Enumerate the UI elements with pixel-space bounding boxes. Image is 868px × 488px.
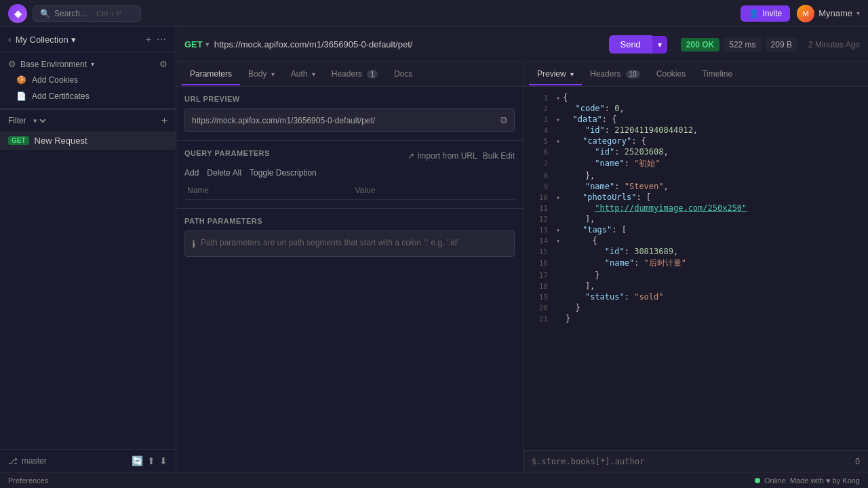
- import-icon: ↗: [408, 151, 414, 161]
- tab-resp-headers[interactable]: Headers 10: [582, 64, 648, 85]
- collection-title[interactable]: My Collection ▾: [16, 35, 76, 45]
- expand-button[interactable]: ▾: [556, 138, 560, 145]
- request-tabs: Parameters Body ▾ Auth ▾ Headers 1: [176, 62, 523, 87]
- sidebar-actions: + ⋯: [144, 33, 167, 46]
- result-count: 0: [855, 457, 860, 466]
- method-select[interactable]: GET ▾: [184, 39, 209, 49]
- expand-button[interactable]: ▾: [556, 94, 560, 102]
- env-chevron-icon: ▾: [91, 60, 94, 68]
- preferences-link[interactable]: Preferences: [8, 476, 48, 485]
- back-button[interactable]: ‹: [8, 34, 12, 45]
- tab-preview[interactable]: Preview ▾: [529, 64, 582, 85]
- collection-chevron-icon: ▾: [71, 35, 76, 45]
- certificate-icon: 📄: [16, 92, 26, 101]
- timestamp: 2 Minutes Ago: [808, 40, 860, 49]
- env-settings-icon[interactable]: ⚙: [159, 59, 167, 69]
- sidebar-header-left: ‹ My Collection ▾: [8, 34, 76, 45]
- request-name: New Request: [35, 136, 87, 146]
- line-number: 15: [529, 247, 548, 256]
- filter-row: Filter ▾ +: [0, 109, 176, 131]
- json-token-punct: {: [563, 236, 597, 245]
- json-token-punct: ,: [693, 125, 698, 135]
- filter-add-button[interactable]: +: [161, 115, 167, 126]
- json-line: 13▾ "tags": [: [524, 224, 868, 235]
- path-info-box: ℹ Path parameters are url path segments …: [184, 230, 515, 257]
- json-token-punct: ,: [673, 247, 678, 256]
- topbar-right: 👤 Invite M Myname ▾: [741, 5, 860, 22]
- json-line: 7 "name": "初始": [524, 157, 868, 170]
- json-token-key: "category": [583, 136, 631, 146]
- response-size-badge: 209 B: [766, 38, 797, 52]
- tab-docs[interactable]: Docs: [386, 64, 420, 85]
- search-placeholder: Search...: [54, 9, 87, 18]
- tab-body[interactable]: Body ▾: [240, 64, 283, 85]
- expand-button[interactable]: ▾: [556, 226, 560, 234]
- invite-button[interactable]: 👤 Invite: [741, 5, 790, 22]
- url-input[interactable]: [214, 39, 604, 49]
- env-label: Base Environment: [20, 60, 87, 69]
- tab-cookies[interactable]: Cookies: [648, 64, 694, 85]
- import-url-label: Import from URL: [417, 151, 477, 161]
- response-time-badge: 522 ms: [724, 38, 761, 52]
- add-param-button[interactable]: Add: [184, 168, 199, 178]
- send-dropdown-button[interactable]: ▾: [652, 36, 667, 54]
- json-token-punct: : {: [602, 115, 617, 124]
- delete-all-button[interactable]: Delete All: [207, 168, 241, 178]
- topbar-left: ◈ 🔍 Search... Ctrl + P: [8, 4, 141, 23]
- import-url-button[interactable]: ↗ Import from URL: [408, 151, 477, 161]
- tab-headers[interactable]: Headers 1: [323, 64, 386, 85]
- line-number: 12: [529, 215, 548, 224]
- json-token-punct: :: [605, 104, 614, 113]
- query-params-section: QUERY PARAMETERS ↗ Import from URL Bulk …: [176, 141, 523, 209]
- json-token-punct: }: [566, 303, 580, 312]
- line-number: 7: [529, 159, 548, 168]
- expand-button[interactable]: ▾: [556, 194, 560, 201]
- json-token-str: "初始": [634, 158, 660, 169]
- search-shortcut: Ctrl + P: [96, 9, 121, 18]
- sidebar-env-section: ⚙ Base Environment ▾ ⚙ 🍪 Add Cookies 📄 A…: [0, 52, 176, 109]
- jsonpath-input[interactable]: [532, 457, 667, 466]
- send-btn-group: Send ▾: [609, 35, 667, 54]
- json-token-plain: [563, 136, 583, 146]
- sidebar-item-certificates[interactable]: 📄 Add Certificates: [8, 88, 167, 104]
- url-preview-box: https://mock.apifox.com/m1/3656905-0-def…: [184, 108, 515, 132]
- expand-button[interactable]: ▾: [556, 237, 560, 245]
- json-token-str-link[interactable]: "http://dummyimage.com/250x250": [595, 203, 747, 213]
- json-line: 16 "name": "后时计量": [524, 257, 868, 270]
- method-label: GET: [184, 39, 203, 49]
- upload-icon[interactable]: ⬆: [147, 455, 155, 466]
- line-number: 5: [529, 137, 548, 146]
- tab-auth[interactable]: Auth ▾: [283, 64, 323, 85]
- list-item[interactable]: GET New Request: [0, 131, 176, 150]
- expand-button[interactable]: ▾: [556, 116, 560, 123]
- search-bar[interactable]: 🔍 Search... Ctrl + P: [33, 5, 141, 22]
- tab-parameters[interactable]: Parameters: [182, 64, 240, 85]
- json-line: 10▾ "photoUrls": [: [524, 192, 868, 203]
- add-item-button[interactable]: +: [144, 33, 153, 46]
- toggle-description-button[interactable]: Toggle Description: [250, 168, 317, 178]
- line-number: 19: [529, 293, 548, 302]
- copy-url-button[interactable]: ⧉: [500, 115, 507, 126]
- main-layout: ‹ My Collection ▾ + ⋯ ⚙ Base Environment…: [0, 27, 868, 472]
- response-tabs: Preview ▾ Headers 10 Cookies Timeline: [524, 62, 868, 87]
- more-options-button[interactable]: ⋯: [155, 33, 167, 46]
- env-selector[interactable]: ⚙ Base Environment ▾: [8, 59, 94, 69]
- user-menu[interactable]: M Myname ▾: [797, 5, 860, 22]
- sync-icon[interactable]: 🔄: [132, 455, 143, 466]
- line-number: 2: [529, 104, 548, 113]
- chevron-down-icon: ▾: [856, 9, 860, 17]
- download-icon[interactable]: ⬇: [159, 455, 167, 466]
- sidebar-item-cookies[interactable]: 🍪 Add Cookies: [8, 72, 167, 88]
- env-row: ⚙ Base Environment ▾ ⚙: [8, 56, 167, 72]
- send-button[interactable]: Send: [609, 35, 651, 54]
- json-token-punct: : [: [612, 225, 627, 235]
- json-token-punct: :: [625, 292, 634, 302]
- tab-timeline[interactable]: Timeline: [694, 64, 741, 85]
- json-token-key: "name": [605, 258, 634, 268]
- filter-left: Filter ▾: [8, 116, 48, 125]
- url-preview-text: https://mock.apifox.com/m1/3656905-0-def…: [192, 116, 375, 125]
- online-status: Online: [764, 476, 786, 485]
- filter-select[interactable]: ▾: [31, 116, 48, 125]
- bulk-edit-button[interactable]: Bulk Edit: [483, 151, 515, 161]
- status-bar: Preferences Online Made with ♥ by Kong: [0, 472, 868, 488]
